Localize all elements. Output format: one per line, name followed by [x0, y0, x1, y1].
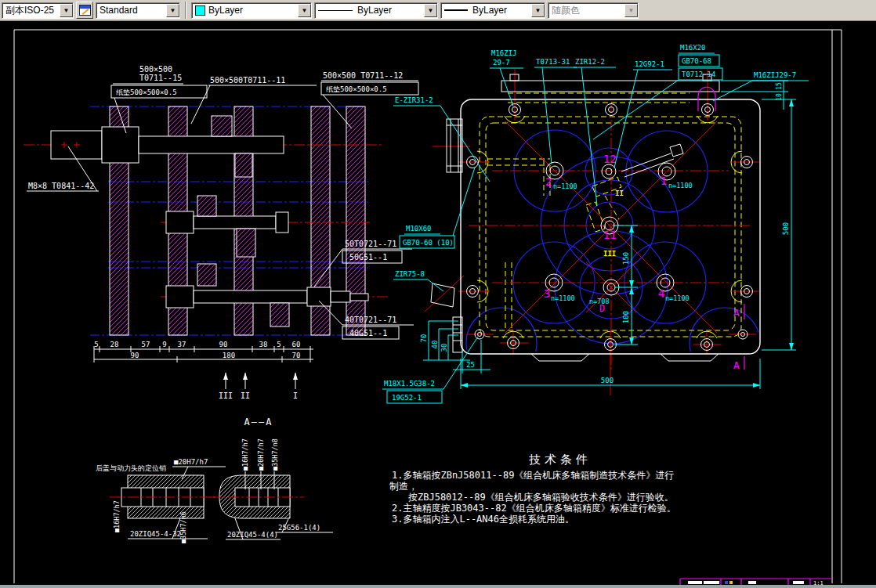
chevron-down-icon[interactable]: ▼ [166, 4, 179, 17]
text-style-dialog-button[interactable] [76, 2, 93, 19]
dim-25: 25 [466, 361, 475, 369]
chevron-down-icon: ▼ [624, 4, 638, 17]
dim: 70 [292, 352, 301, 359]
gear40-box-label: 40G51--1 [349, 329, 387, 337]
color-swatch-icon [195, 5, 205, 16]
spindle-3: 3 [544, 287, 550, 300]
detail-r35: ■35H7/n8 [271, 438, 279, 471]
dim-style-value: 副本ISO-25 [5, 4, 54, 17]
dim-150: 150 [622, 252, 630, 265]
dim: 37 [178, 341, 186, 348]
section-a-mark-1: A [733, 307, 740, 319]
spindle-2: 2 [545, 175, 552, 188]
label-t0712: T0712-14 [682, 70, 715, 78]
detail-rpart1: 20ZIQ45-4(4) [227, 531, 278, 539]
dim-10: 10 [776, 93, 783, 101]
tech-line4: 2.主轴精度按JB3043--82《组合机床多轴箱精度》标准进行检验。 [392, 503, 676, 514]
tech-line2: 制造， [389, 481, 418, 492]
detail-r20: ■20H7/h7 [257, 438, 265, 471]
section-mark-2: II [241, 391, 250, 400]
spindle-11: 11 [603, 229, 617, 241]
pad1-box-label: 纸垫500×500×0.5 [116, 88, 177, 96]
shaft-label: M8×8 T0841--42 [28, 182, 94, 190]
lineweight-combo[interactable]: ByLayer ▼ [440, 2, 545, 19]
dim-30: 30 [440, 344, 448, 352]
label-zir12: ZIR12-2 [575, 58, 605, 66]
dim: 90 [131, 352, 139, 359]
gear40-label: 40T0721--71 [345, 316, 396, 324]
speed-4: n=1100 [665, 294, 690, 302]
dim: 90 [219, 341, 228, 348]
status-strip [0, 585, 876, 588]
detail-l20: ■20H7/h7 [174, 458, 208, 466]
label-gb70-68: GB70-68 [682, 57, 711, 65]
spindle-12: 12 [603, 153, 617, 165]
color-combo[interactable]: ByLayer ▼ [191, 2, 312, 19]
dim: 57 [142, 341, 150, 348]
linetype-sample-icon [318, 10, 353, 11]
dim-70: 70 [420, 334, 428, 343]
styles-toolbar: 副本ISO-25 ▼ Standard ▼ ByLayer ▼ ByLayer … [0, 0, 876, 21]
dim-500-right: 500 [782, 222, 790, 235]
tech-line1: 1.多轴箱按ZBnJ58011--89《组合机床多轴箱制造技术条件》进行 [392, 470, 674, 481]
plot-style-combo: 随颜色 ▼ [548, 2, 639, 19]
drawing-area[interactable]: 500×500 T0711--15 纸垫500×500×0.5 500×500T… [0, 21, 876, 588]
speed-0: n=708 [589, 298, 610, 305]
section-mark-1: I [293, 391, 298, 400]
speed-3: n=1100 [551, 294, 575, 302]
text-style-value: Standard [100, 5, 138, 16]
pad1-label-line1: 500×500 [139, 65, 172, 74]
dim-style-combo[interactable]: 副本ISO-25 ▼ [2, 2, 74, 19]
label-g92: 12G92-1 [635, 60, 664, 68]
dim: 60 [292, 341, 301, 348]
style-dialog-icon [79, 5, 91, 16]
cad-drawing[interactable]: 500×500 T0711--15 纸垫500×500×0.5 500×500T… [0, 21, 876, 588]
label-m16x20: M16X20 [680, 44, 706, 52]
dim-40: 40 [431, 341, 439, 349]
detail-r16: ■16H7/h7 [241, 438, 249, 471]
pad1-label-line2: T0711--15 [139, 74, 182, 82]
toolbar-separator [185, 2, 186, 19]
plot-style-value: 随颜色 [552, 4, 580, 17]
detail-l16: ■16H7/h7 [113, 500, 121, 532]
chevron-down-icon[interactable]: ▼ [531, 4, 545, 17]
gear50-label: 50T0721--71 [345, 240, 396, 248]
roman-2: II [615, 189, 624, 197]
dim: 9 [162, 341, 166, 348]
roman-3: III [603, 250, 616, 258]
speed-1: n=1100 [668, 182, 693, 189]
section-a-mark-2: A [733, 359, 740, 371]
chevron-down-icon[interactable]: ▼ [424, 4, 437, 17]
tech-line5: 3.多轴箱内注入L--AN46全损耗系统用油。 [392, 514, 574, 525]
pad3-label: 500×500 T0711--12 [323, 71, 403, 80]
lineweight-value: ByLayer [472, 5, 507, 16]
spindle-1: 1 [661, 175, 667, 187]
dim: 5 [277, 341, 281, 348]
dim: 180 [223, 352, 235, 359]
linetype-combo[interactable]: ByLayer ▼ [314, 2, 438, 19]
label-ezir31: E-ZIR31-2 [395, 96, 433, 104]
chevron-down-icon[interactable]: ▼ [60, 4, 73, 17]
chevron-down-icon[interactable]: ▼ [298, 4, 311, 17]
dim: 5 [94, 341, 98, 348]
text-style-combo[interactable]: Standard ▼ [96, 2, 180, 19]
pad3-box-label: 纸垫500×500×0.5 [326, 85, 387, 93]
dim: 28 [110, 341, 119, 348]
section-mark-3: III [219, 391, 233, 400]
speed-2: n=1100 [553, 182, 577, 190]
label-zir75: ZIR75-8 [395, 270, 425, 278]
dim-500-bottom: 500 [601, 377, 614, 384]
tech-line3: 按ZBJ58012--89《组合机床多轴箱验收技术条件》进行验收。 [408, 492, 674, 503]
label-m18: M18X1.5G38-2 [384, 380, 435, 388]
detail-note: 后盖与动力头的定位销 [96, 464, 166, 472]
label-m10x60: M10X60 [406, 225, 432, 233]
label-gb70-60: GB70-60 (10) [403, 239, 454, 247]
color-value: ByLayer [208, 5, 243, 16]
lineweight-sample-icon [444, 9, 468, 11]
label-m16zij29: M16ZIJ29-7 [754, 71, 796, 79]
label-t0713: T0713-31 [536, 58, 570, 66]
linetype-value: ByLayer [357, 5, 392, 16]
tech-title: 技术条件 [529, 453, 592, 467]
dim: 38 [259, 341, 268, 348]
gear50-box-label: 50G51--1 [349, 253, 387, 262]
